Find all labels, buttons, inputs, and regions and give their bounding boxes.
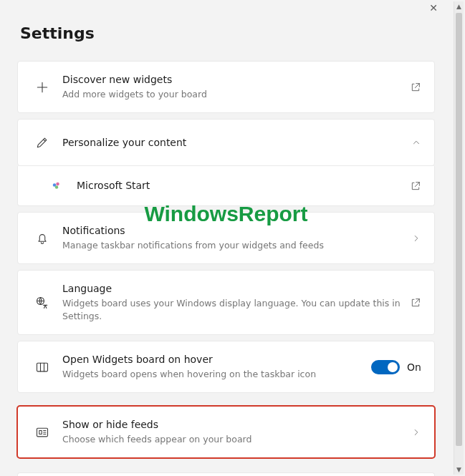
close-icon[interactable]: ✕ xyxy=(429,3,438,13)
scrollbar-thumb[interactable] xyxy=(456,13,462,446)
page-title: Settings xyxy=(20,24,432,42)
item-subtitle: Widgets board opens when hovering on the… xyxy=(62,368,363,381)
item-subtitle: Manage taskbar notifications from your w… xyxy=(62,239,403,252)
open-external-icon[interactable] xyxy=(410,180,421,192)
plus-icon xyxy=(29,80,55,94)
globe-language-icon xyxy=(29,296,55,310)
item-personalize-content[interactable]: Personalize your content xyxy=(17,119,435,166)
bell-icon xyxy=(29,231,55,246)
settings-list: Discover new widgets Add more widgets to… xyxy=(0,55,452,458)
chevron-right-icon[interactable] xyxy=(411,427,421,437)
svg-point-2 xyxy=(55,185,59,189)
item-subtitle: Add more widgets to your board xyxy=(62,88,401,101)
item-title: Microsoft Start xyxy=(77,179,401,193)
widgets-board-icon xyxy=(29,360,55,374)
chevron-right-icon[interactable] xyxy=(411,233,421,243)
item-discover-widgets[interactable]: Discover new widgets Add more widgets to… xyxy=(17,61,435,113)
scrollbar[interactable]: ▲ ▼ xyxy=(454,1,464,475)
scrollbar-down-arrow[interactable]: ▼ xyxy=(454,465,464,475)
open-external-icon[interactable] xyxy=(410,82,421,93)
feeds-icon xyxy=(29,425,55,439)
next-item-peek xyxy=(17,472,435,476)
scrollbar-up-arrow[interactable]: ▲ xyxy=(454,1,464,11)
item-microsoft-start[interactable]: Microsoft Start xyxy=(17,166,435,206)
item-subtitle: Widgets board uses your Windows display … xyxy=(62,297,401,323)
chevron-up-icon[interactable] xyxy=(411,137,421,147)
item-title: Personalize your content xyxy=(62,136,403,150)
item-notifications[interactable]: Notifications Manage taskbar notificatio… xyxy=(17,212,435,264)
open-external-icon[interactable] xyxy=(410,297,421,309)
item-language[interactable]: Language Widgets board uses your Windows… xyxy=(17,270,435,335)
item-title: Show or hide feeds xyxy=(62,418,403,432)
microsoft-start-icon xyxy=(44,180,69,193)
svg-point-1 xyxy=(56,182,59,185)
svg-rect-4 xyxy=(37,363,48,371)
item-subtitle: Choose which feeds appear on your board xyxy=(62,433,403,446)
page-header: Settings xyxy=(0,0,452,55)
pencil-icon xyxy=(29,135,55,150)
item-title: Notifications xyxy=(62,224,403,238)
item-title: Discover new widgets xyxy=(62,73,401,87)
hover-toggle[interactable] xyxy=(371,360,400,374)
hover-toggle-label: On xyxy=(407,361,421,373)
item-show-hide-feeds[interactable]: Show or hide feeds Choose which feeds ap… xyxy=(17,406,435,458)
item-title: Language xyxy=(62,282,401,296)
item-title: Open Widgets board on hover xyxy=(62,353,363,366)
item-open-on-hover: Open Widgets board on hover Widgets boar… xyxy=(17,341,435,393)
